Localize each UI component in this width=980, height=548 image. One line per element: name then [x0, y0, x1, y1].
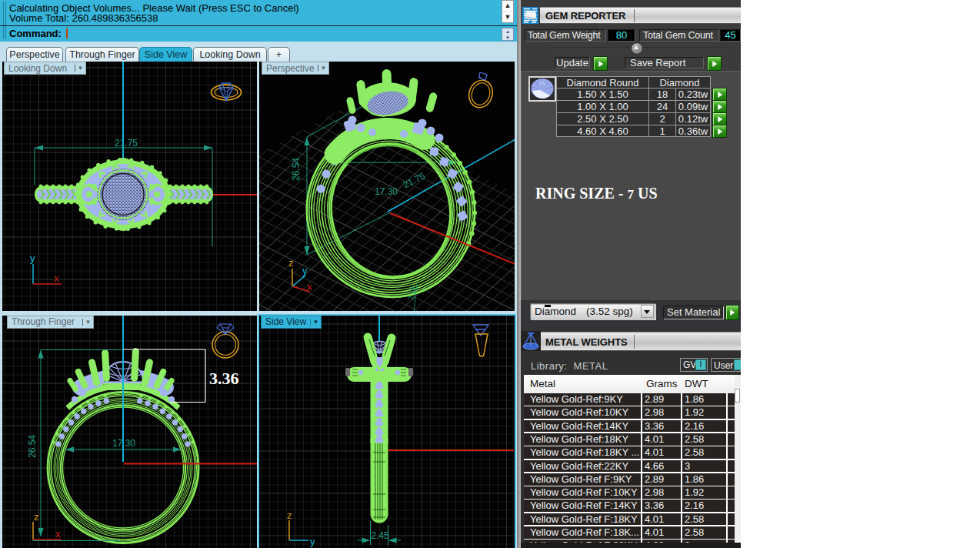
svg-text:x: x: [55, 528, 61, 540]
svg-text:x: x: [307, 281, 312, 292]
svg-text:3.36: 3.36: [209, 369, 239, 388]
svg-text:2.45: 2.45: [371, 530, 389, 541]
svg-text:y: y: [302, 265, 308, 276]
svg-text:y: y: [30, 252, 35, 264]
svg-text:26.54: 26.54: [27, 434, 38, 457]
svg-text:x: x: [54, 272, 59, 284]
svg-text:z: z: [287, 510, 292, 521]
svg-text:21.75: 21.75: [115, 138, 138, 149]
svg-text:17.30: 17.30: [375, 186, 398, 197]
svg-text:y: y: [310, 536, 315, 547]
svg-text:z: z: [288, 257, 294, 269]
svg-text:z: z: [34, 511, 39, 523]
svg-text:26.54: 26.54: [291, 158, 302, 181]
svg-text:17.30: 17.30: [112, 438, 135, 449]
